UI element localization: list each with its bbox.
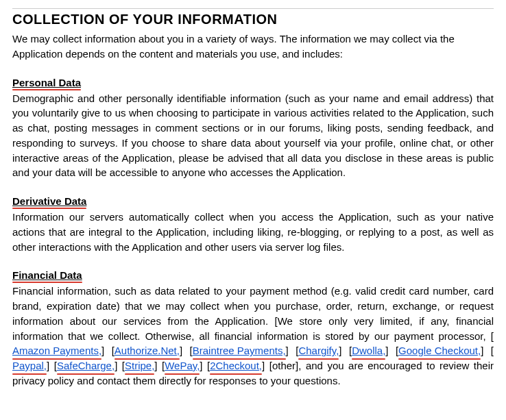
intro-paragraph: We may collect information about you in …	[12, 32, 494, 62]
link-prefix: [	[117, 360, 125, 371]
link-prefix: [	[483, 345, 494, 356]
payment-processor-link[interactable]: WePay,	[165, 358, 200, 373]
link-prefix: [	[491, 330, 494, 342]
payment-processor-link[interactable]: Amazon Payments,	[12, 343, 101, 358]
section: Financial DataFinancial information, suc…	[12, 269, 494, 388]
top-divider	[12, 8, 494, 9]
body-text-before: Financial information, such as data rela…	[12, 285, 494, 341]
payment-processor-link[interactable]: 2Checkout,	[210, 358, 262, 373]
main-heading: COLLECTION OF YOUR INFORMATION	[12, 12, 494, 27]
section: Derivative DataInformation our servers a…	[12, 195, 494, 254]
payment-processor-link[interactable]: Google Checkout,	[398, 343, 481, 358]
body-text-before: Information our servers automatically co…	[12, 211, 494, 253]
link-prefix: [	[202, 360, 210, 371]
body-text-before: Demographic and other personally identif…	[12, 92, 494, 179]
link-prefix: [	[158, 360, 165, 371]
payment-processor-link[interactable]: Stripe,	[125, 358, 154, 373]
link-prefix: [	[388, 345, 398, 356]
link-prefix: [	[342, 345, 352, 356]
link-prefix: [	[49, 360, 57, 371]
section-body: Information our servers automatically co…	[12, 210, 494, 254]
link-prefix: [	[104, 345, 115, 356]
link-prefix: [	[289, 345, 299, 356]
payment-processor-link[interactable]: SafeCharge,	[57, 358, 115, 373]
section-body: Financial information, such as data rela…	[12, 284, 494, 388]
section-heading: Financial Data	[12, 269, 82, 281]
payment-processor-link[interactable]: Paypal,	[12, 358, 47, 373]
payment-processor-link[interactable]: Braintree Payments,	[193, 343, 286, 358]
section-body: Demographic and other personally identif…	[12, 91, 494, 181]
section-heading: Derivative Data	[12, 195, 86, 207]
payment-processor-link[interactable]: Dwolla,	[352, 343, 385, 358]
payment-processor-link[interactable]: Chargify,	[298, 343, 339, 358]
payment-processor-link[interactable]: Authorize.Net,	[115, 343, 180, 358]
link-prefix: [	[182, 345, 193, 356]
section-heading: Personal Data	[12, 77, 81, 88]
section: Personal DataDemographic and other perso…	[12, 77, 494, 181]
